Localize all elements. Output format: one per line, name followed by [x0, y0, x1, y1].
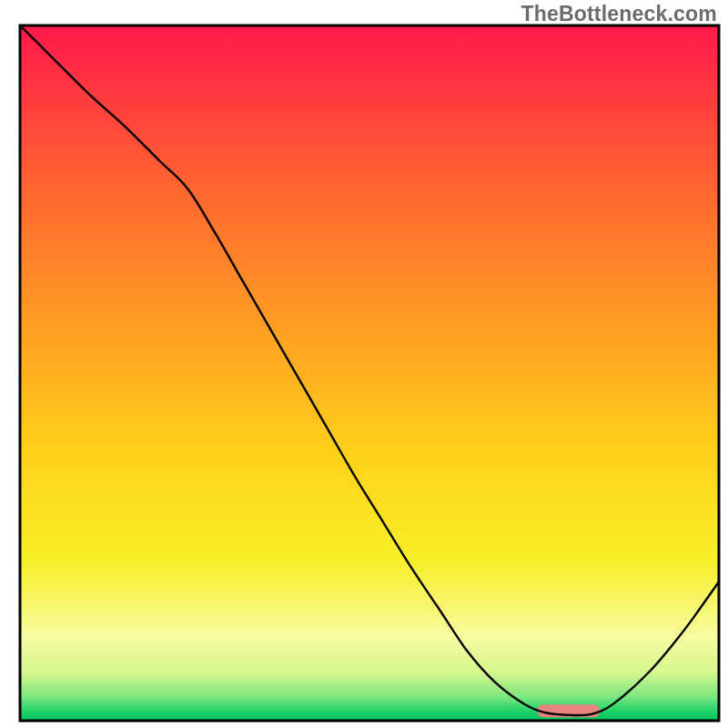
chart-background-gradient	[20, 25, 719, 721]
watermark-text: TheBottleneck.com	[521, 2, 717, 26]
chart-container: TheBottleneck.com	[0, 0, 728, 728]
bottleneck-chart	[0, 0, 728, 728]
